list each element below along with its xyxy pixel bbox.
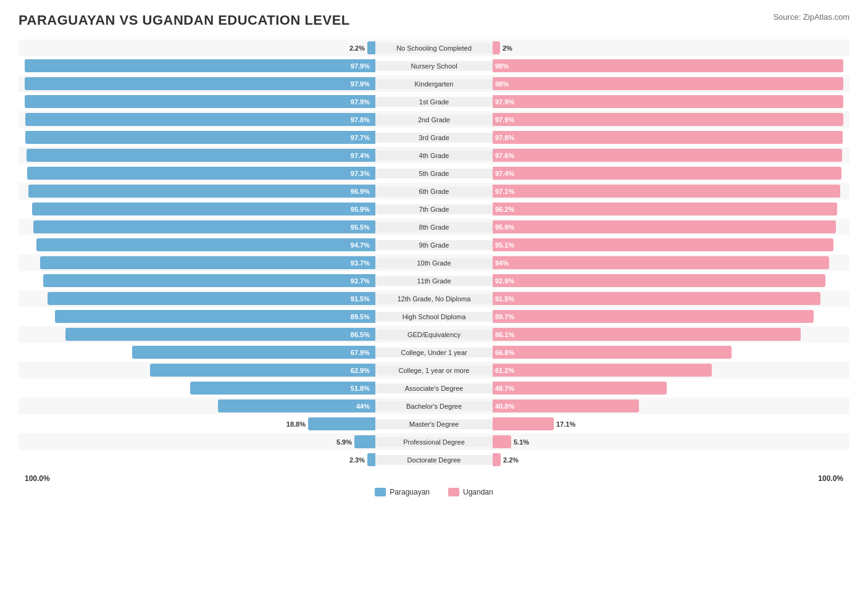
chart-container: PARAGUAYAN VS UGANDAN EDUCATION LEVEL So…: [0, 0, 868, 515]
right-bar: 97.9%: [493, 113, 843, 126]
left-bar: 44%: [218, 399, 375, 412]
bar-label: 4th Grade: [375, 151, 493, 161]
chart-legend: Paraguayan Ugandan: [19, 488, 849, 496]
footer-right-value: 100.0%: [818, 474, 843, 483]
bar-row: 2.3%Doctorate Degree2.2%: [19, 451, 849, 468]
right-bar-value: 86.1%: [495, 331, 514, 338]
bar-row: 97.8%2nd Grade97.9%: [19, 111, 849, 128]
right-bar-value: 97.9%: [495, 116, 514, 123]
left-bar: 97.7%: [25, 131, 375, 144]
right-bar: [493, 417, 554, 430]
left-bar-value: 62.9%: [351, 367, 370, 374]
left-bar-value: 51.8%: [351, 385, 370, 392]
bar-label: 6th Grade: [375, 186, 493, 196]
left-bar-value: 2.2%: [349, 44, 365, 52]
bar-label: Nursery School: [375, 61, 493, 71]
bar-row: 94.7%9th Grade95.1%: [19, 236, 849, 253]
left-bar: 97.4%: [27, 149, 375, 162]
bar-row: 95.5%8th Grade95.9%: [19, 219, 849, 235]
bar-row: 97.9%Nursery School98%: [19, 57, 849, 74]
right-bar-value: 97.1%: [495, 188, 514, 195]
bar-label: GED/Equivalency: [375, 330, 493, 340]
left-bar-value: 96.9%: [351, 188, 370, 195]
bar-row: 93.7%10th Grade94%: [19, 254, 849, 271]
left-bar: 95.9%: [32, 203, 375, 215]
left-bar: 97.9%: [25, 77, 375, 90]
left-bar: [367, 453, 375, 466]
right-bar-value: 95.1%: [495, 241, 514, 249]
bar-row: 95.9%7th Grade96.2%: [19, 201, 849, 217]
left-bar-value: 97.3%: [351, 170, 370, 177]
legend-ugandan: Ugandan: [448, 488, 493, 496]
right-bar: 66.8%: [493, 346, 732, 359]
bar-row: 5.9%Professional Degree5.1%: [19, 433, 849, 450]
right-bar: [493, 453, 501, 466]
right-bar-value: 2%: [503, 44, 512, 52]
bar-label: 3rd Grade: [375, 133, 493, 143]
bar-label: Associate's Degree: [375, 383, 493, 393]
right-bar-value: 61.2%: [495, 367, 514, 374]
right-bar-value: 98%: [495, 62, 509, 70]
right-bar-value: 89.7%: [495, 313, 514, 320]
right-bar: 92.9%: [493, 274, 825, 287]
bar-row: 97.9%Kindergarten98%: [19, 75, 849, 92]
chart-footer: 100.0% 100.0%: [19, 474, 849, 483]
legend-pink-box: [448, 488, 459, 496]
left-bar-value: 97.7%: [351, 134, 370, 141]
left-bar: 95.5%: [33, 220, 375, 233]
bar-label: Master's Degree: [375, 419, 493, 429]
left-bar: 97.9%: [25, 59, 375, 72]
right-bar-value: 40.8%: [495, 403, 514, 410]
bar-row: 86.5%GED/Equivalency86.1%: [19, 326, 849, 343]
bar-row: 97.4%4th Grade97.6%: [19, 147, 849, 164]
right-bar: 98%: [493, 59, 843, 72]
left-bar-value: 89.5%: [351, 313, 370, 320]
left-bar: 67.9%: [132, 346, 375, 359]
chart-header: PARAGUAYAN VS UGANDAN EDUCATION LEVEL So…: [19, 12, 849, 28]
right-bar-value: 91.5%: [495, 295, 514, 303]
bar-label: College, 1 year or more: [375, 366, 493, 375]
right-bar: 61.2%: [493, 364, 712, 377]
legend-paraguayan: Paraguayan: [375, 488, 430, 496]
left-bar-value: 95.5%: [351, 224, 370, 231]
bar-row: 97.3%5th Grade97.4%: [19, 165, 849, 182]
left-bar-value: 97.9%: [351, 62, 370, 70]
bar-row: 2.2%No Schooling Completed2%: [19, 40, 849, 56]
right-bar-value: 94%: [495, 259, 509, 267]
left-bar-value: 18.8%: [286, 420, 306, 428]
left-bar-value: 93.7%: [351, 259, 370, 267]
right-bar: 89.7%: [493, 310, 814, 323]
right-bar-value: 98%: [495, 80, 509, 88]
left-bar-value: 91.5%: [351, 295, 370, 303]
bar-row: 18.8%Master's Degree17.1%: [19, 416, 849, 432]
left-bar: 89.5%: [55, 310, 375, 323]
bar-label: Bachelor's Degree: [375, 401, 493, 411]
left-bar: 94.7%: [36, 238, 375, 251]
right-bar: 48.7%: [493, 382, 667, 395]
left-bar: 91.5%: [48, 292, 375, 305]
bar-label: No Schooling Completed: [375, 43, 493, 53]
left-bar: [367, 41, 375, 54]
right-bar-value: 17.1%: [556, 420, 575, 428]
left-bar-value: 67.9%: [351, 349, 370, 356]
right-bar-value: 5.1%: [514, 438, 529, 446]
bar-label: Doctorate Degree: [375, 455, 493, 465]
left-bar-value: 97.9%: [351, 98, 370, 106]
bar-label: Professional Degree: [375, 437, 493, 447]
bar-row: 91.5%12th Grade, No Diploma91.5%: [19, 290, 849, 307]
left-bar-value: 97.9%: [351, 80, 370, 88]
right-bar: [493, 435, 511, 448]
bar-label: 10th Grade: [375, 258, 493, 268]
left-bar: 86.5%: [65, 328, 375, 341]
left-bar: 93.7%: [40, 256, 375, 269]
bar-label: 1st Grade: [375, 97, 493, 107]
bar-label: 9th Grade: [375, 240, 493, 250]
bar-label: Kindergarten: [375, 79, 493, 89]
right-bar: 94%: [493, 256, 829, 269]
footer-left-value: 100.0%: [25, 474, 50, 483]
bar-row: 67.9%College, Under 1 year66.8%: [19, 344, 849, 361]
bar-row: 44%Bachelor's Degree40.8%: [19, 398, 849, 414]
bar-label: 12th Grade, No Diploma: [375, 294, 493, 304]
right-bar-value: 92.9%: [495, 277, 514, 285]
left-bar-value: 97.8%: [351, 116, 370, 123]
